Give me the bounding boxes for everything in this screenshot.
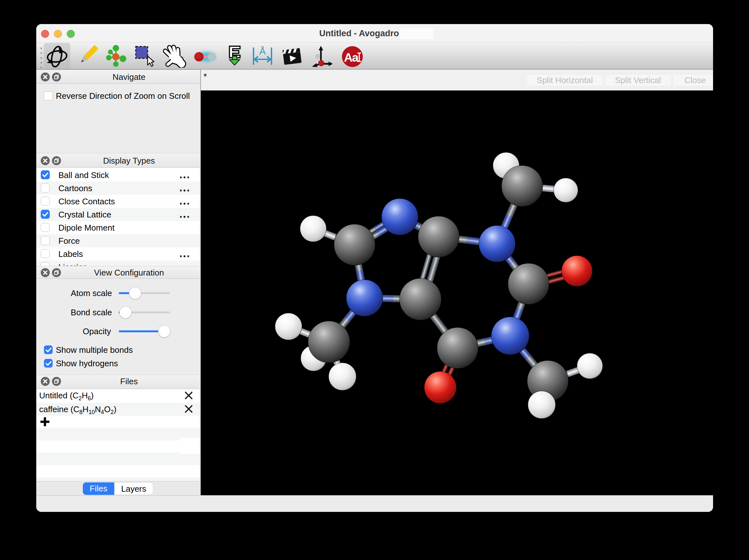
svg-text:Å: Å <box>259 46 266 57</box>
svg-text:Aa: Aa <box>344 51 359 64</box>
